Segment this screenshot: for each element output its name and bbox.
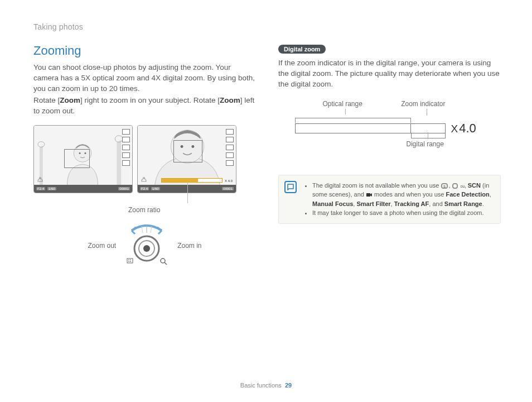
zoom-indicator-label: Zoom indicator (401, 100, 445, 108)
range-bar: X4.0 (295, 123, 485, 133)
aperture-value: F2.4 (36, 187, 45, 190)
shutter-value: 1/60 (151, 187, 160, 190)
text: , and (429, 200, 444, 207)
footer-section: Basic functions (240, 382, 282, 389)
smart-mode-icon: S (441, 183, 449, 189)
note-item: The digital zoom is not available when y… (312, 181, 494, 209)
feature-name: Manual Focus (312, 200, 353, 207)
text: , (490, 191, 491, 198)
feature-name: Smart Filter (356, 200, 390, 207)
camera-screen-zoomed: X 4.0 F2.4 1/60 00001 (137, 125, 236, 193)
text: . (482, 200, 484, 207)
svg-line-22 (165, 262, 167, 265)
shutter-value: 1/60 (47, 187, 56, 190)
flash-icon (226, 160, 234, 166)
callout-line (428, 132, 428, 139)
text: The digital zoom is not available when y… (312, 182, 441, 189)
left-column: Zooming You can shoot close-up photos by… (33, 44, 256, 267)
movie-mode-icon (366, 192, 373, 198)
quality-icon (226, 145, 234, 150)
feature-name: Tracking AF (394, 200, 429, 207)
feature-name: Face Detection (446, 191, 489, 198)
note-item: It may take longer to save a photo when … (312, 208, 494, 218)
hand-shake-icon (140, 176, 148, 184)
camera-screen-wide: F2.4 1/60 00001 (33, 125, 133, 193)
zoom-bold: Zoom (220, 96, 240, 104)
zoom-ratio-readout: X 4.0 (225, 179, 233, 183)
text: modes and when you use (373, 191, 446, 198)
optical-bracket (295, 118, 411, 123)
svg-rect-19 (128, 261, 129, 262)
screenshot-row: F2.4 1/60 00001 (33, 125, 256, 193)
zoom-ratio-label: Zoom ratio (128, 206, 256, 214)
svg-rect-17 (128, 260, 129, 260)
mode-icon (226, 152, 234, 158)
note-box: The digital zoom is not available when y… (278, 175, 501, 224)
dual-mode-icon: DUAL (452, 183, 465, 189)
range-top-labels: Optical range Zoom indicator (295, 100, 446, 108)
zoom-bar-icon (161, 178, 223, 183)
section-heading: Zooming (33, 44, 256, 58)
svg-rect-18 (130, 260, 131, 260)
right-column: Digital zoom If the zoom indicator is in… (278, 44, 501, 267)
text: Rotate [ (33, 96, 60, 104)
resolution-icon (122, 137, 130, 142)
zoom-dial-icon (122, 224, 172, 267)
zoom-range-figure: Optical range Zoom indicator X4.0 Digita… (295, 100, 485, 161)
svg-rect-16 (127, 259, 133, 263)
instruction-paragraph: Rotate [Zoom] right to zoom in on your s… (33, 95, 256, 117)
mode-icon (122, 152, 130, 158)
status-bar: F2.4 1/60 00001 (138, 185, 236, 193)
svg-point-21 (161, 259, 165, 263)
flash-icon (122, 160, 130, 166)
zoom-value: 4.0 (459, 121, 476, 135)
callout-line (345, 109, 346, 114)
optical-range-label: Optical range (323, 100, 362, 108)
svg-rect-25 (453, 184, 457, 188)
page-footer: Basic functions 29 (0, 382, 532, 389)
scn-mode-label: SCN (468, 182, 481, 189)
digital-range-label: Digital range (407, 140, 444, 148)
callout-line (427, 109, 427, 116)
text: ] right to zoom in on your subject. Rota… (80, 96, 220, 104)
intro-paragraph: You can shoot close-up photos by adjusti… (33, 63, 256, 94)
svg-point-15 (143, 245, 150, 252)
screen-icons-right (122, 129, 130, 166)
zoom-out-label: Zoom out (88, 242, 116, 250)
screen-icons-right (226, 129, 234, 166)
callout-line (187, 182, 188, 203)
digital-zoom-pill: Digital zoom (278, 45, 326, 54)
focus-box-icon (173, 140, 202, 162)
zoom-dial-figure: Zoom out Zoom in (33, 224, 256, 267)
svg-rect-27 (366, 193, 370, 197)
breadcrumb: Taking photos (33, 22, 501, 31)
svg-text:S: S (443, 185, 446, 188)
range-optical-box (295, 123, 411, 133)
svg-rect-20 (130, 261, 131, 262)
page-number: 29 (285, 382, 292, 389)
zoom-bold: Zoom (60, 96, 80, 104)
zoom-in-label: Zoom in (177, 242, 201, 250)
shot-count: 00001 (118, 187, 130, 190)
digital-zoom-paragraph: If the zoom indicator is in the digital … (278, 58, 501, 90)
resolution-icon (226, 137, 234, 142)
svg-text:DUAL: DUAL (461, 185, 465, 188)
digital-bracket (411, 133, 446, 138)
feature-name: Smart Range (444, 200, 482, 207)
hand-shake-icon (36, 176, 44, 184)
battery-icon (122, 129, 130, 135)
status-bar: F2.4 1/60 00001 (34, 185, 132, 193)
quality-icon (122, 145, 130, 150)
shot-count: 00001 (222, 187, 234, 190)
note-icon (284, 181, 297, 193)
aperture-value: F2.4 (140, 187, 149, 190)
battery-icon (226, 129, 234, 135)
zoom-multiplier-readout: X4.0 (451, 121, 476, 136)
focus-box-icon (64, 149, 90, 168)
